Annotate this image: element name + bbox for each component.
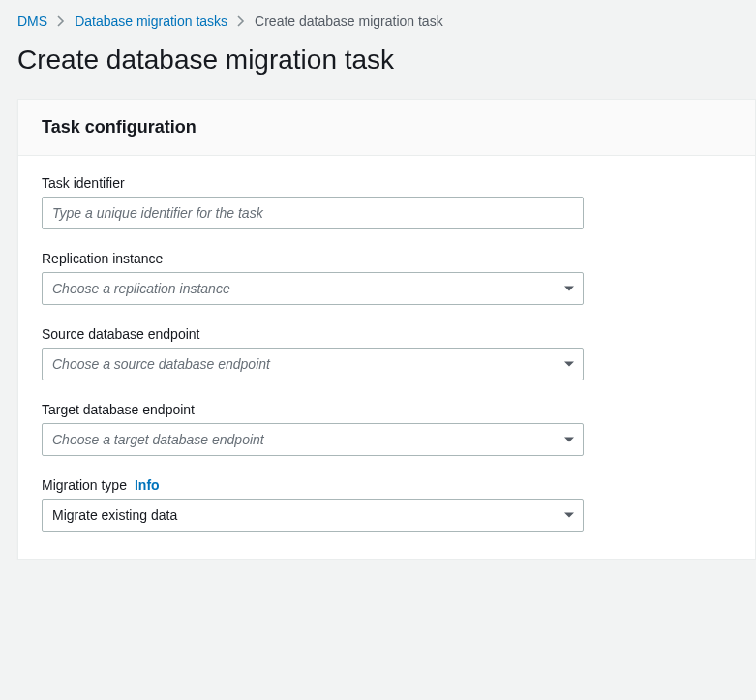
target-endpoint-select[interactable]: Choose a target database endpoint <box>42 423 584 456</box>
replication-instance-select[interactable]: Choose a replication instance <box>42 272 584 305</box>
source-endpoint-select[interactable]: Choose a source database endpoint <box>42 348 584 380</box>
task-identifier-label: Task identifier <box>42 175 584 191</box>
panel-body: Task identifier Replication instance Cho… <box>18 156 755 559</box>
replication-instance-label: Replication instance <box>42 251 584 266</box>
source-endpoint-placeholder: Choose a source database endpoint <box>52 356 270 372</box>
migration-type-select[interactable]: Migrate existing data <box>42 499 584 532</box>
field-target-endpoint: Target database endpoint Choose a target… <box>42 402 584 456</box>
task-configuration-panel: Task configuration Task identifier Repli… <box>17 99 756 560</box>
field-task-identifier: Task identifier <box>42 175 584 229</box>
breadcrumb: DMS Database migration tasks Create data… <box>17 14 756 29</box>
chevron-right-icon <box>237 15 245 27</box>
breadcrumb-link-tasks[interactable]: Database migration tasks <box>75 14 227 29</box>
target-endpoint-placeholder: Choose a target database endpoint <box>52 432 264 447</box>
replication-instance-placeholder: Choose a replication instance <box>52 281 230 296</box>
chevron-right-icon <box>57 15 65 27</box>
task-identifier-input[interactable] <box>42 197 584 229</box>
migration-type-info-link[interactable]: Info <box>135 477 160 493</box>
breadcrumb-link-dms[interactable]: DMS <box>17 14 47 29</box>
page-title: Create database migration task <box>17 45 756 76</box>
field-replication-instance: Replication instance Choose a replicatio… <box>42 251 584 305</box>
source-endpoint-label: Source database endpoint <box>42 326 584 342</box>
breadcrumb-current: Create database migration task <box>255 14 443 29</box>
panel-title: Task configuration <box>42 117 732 137</box>
migration-type-label: Migration type <box>42 477 127 493</box>
field-source-endpoint: Source database endpoint Choose a source… <box>42 326 584 380</box>
field-migration-type: Migration type Info Migrate existing dat… <box>42 477 584 532</box>
target-endpoint-label: Target database endpoint <box>42 402 584 417</box>
panel-header: Task configuration <box>18 100 755 156</box>
migration-type-value: Migrate existing data <box>52 507 177 523</box>
